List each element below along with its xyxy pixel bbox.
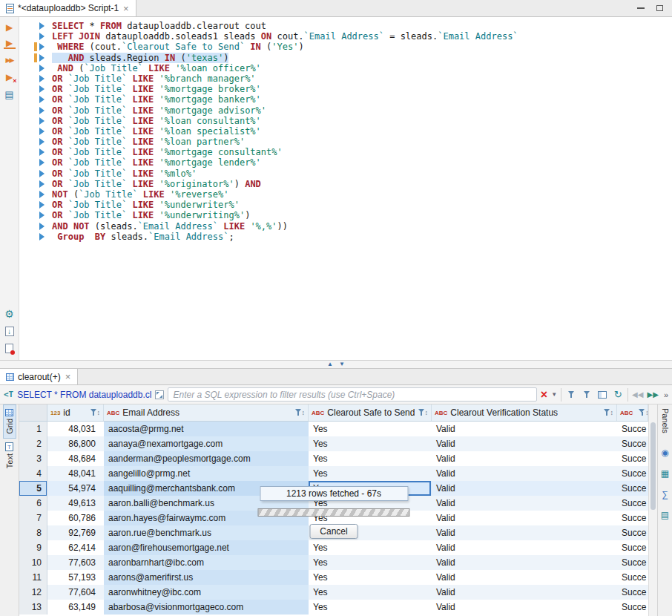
minimize-button[interactable] xyxy=(637,7,645,9)
cell-clearout-safe-to-send[interactable]: Yes xyxy=(309,451,432,466)
code-line[interactable]: SELECT * FROM datauploaddb.clearout cout xyxy=(19,21,672,31)
query-reference-link[interactable]: SELECT * FROM datauploaddb.cl xyxy=(17,390,151,400)
toolbar-overflow-icon[interactable]: » xyxy=(664,390,668,399)
code-line[interactable]: OR `Job Title` LIKE '%branch manager%' xyxy=(19,73,672,84)
code-line[interactable]: OR `Job Title` LIKE '%underwriting%') xyxy=(19,210,672,220)
code-line[interactable]: OR `Job Title` LIKE '%mortgage broker%' xyxy=(19,84,672,94)
cell-clearout-verification-status[interactable]: Valid xyxy=(432,422,617,436)
code-line[interactable]: AND (`Job Title` LIKE '%loan officer%' xyxy=(19,63,672,73)
cell-clearout-verification-status[interactable]: Valid xyxy=(432,570,617,585)
restore-button[interactable] xyxy=(656,5,663,11)
metadata-panel-icon[interactable]: ▤ xyxy=(661,510,669,520)
cell-email-address[interactable]: aaronwhitney@ibc.com xyxy=(104,585,309,600)
cell-cle[interactable]: Succe xyxy=(617,481,648,496)
cell-email-address[interactable]: aaron@firehousemortgage.net xyxy=(104,540,309,555)
cell-clearout-verification-status[interactable]: Valid xyxy=(432,540,617,555)
cell-clearout-safe-to-send[interactable]: Yes xyxy=(309,600,432,615)
row-number[interactable]: 10 xyxy=(19,555,47,570)
cell-cle[interactable]: Succe xyxy=(617,422,648,436)
results-tab-clearout[interactable]: clearout(+) × xyxy=(0,369,78,384)
splitter-down-icon[interactable]: ▼ xyxy=(339,361,345,367)
execute-statement-marker-icon[interactable] xyxy=(39,233,45,240)
cell-email-address[interactable]: aanaya@nexamortgage.com xyxy=(104,436,309,451)
column-header-cle[interactable]: ABCCle↕ xyxy=(617,404,648,421)
code-line[interactable]: OR `Job Title` LIKE '%loan partner%' xyxy=(19,137,672,147)
cell-id[interactable]: 54,974 xyxy=(47,481,104,496)
column-filter-icon[interactable]: ↕ xyxy=(604,409,614,416)
column-header-id[interactable]: 123id↕ xyxy=(47,404,104,421)
row-number[interactable]: 6 xyxy=(19,496,47,511)
execute-statement-marker-icon[interactable] xyxy=(39,159,45,166)
cell-clearout-verification-status[interactable]: Valid xyxy=(432,555,617,570)
row-number[interactable]: 7 xyxy=(19,511,47,525)
execute-statement-marker-icon[interactable] xyxy=(39,138,45,145)
cell-clearout-verification-status[interactable]: Valid xyxy=(432,466,617,481)
cell-id[interactable]: 62,414 xyxy=(47,540,104,555)
code-line[interactable]: AND NOT (sleads.`Email Address` LIKE '%,… xyxy=(19,221,672,232)
result-filter-input[interactable] xyxy=(168,387,536,402)
execute-statement-marker-icon[interactable] xyxy=(39,65,45,72)
grid-corner-cell[interactable] xyxy=(19,404,47,421)
row-number[interactable]: 3 xyxy=(19,451,47,466)
cell-email-address[interactable]: aaronbarnhart@ibc.com xyxy=(104,555,309,570)
cell-cle[interactable]: Succe xyxy=(617,540,648,555)
column-header-clearout-verification-status[interactable]: ABCClearout Verification Status↕ xyxy=(432,404,617,421)
cell-clearout-safe-to-send[interactable]: Yes xyxy=(309,585,432,600)
toggle-panels-icon[interactable] xyxy=(596,389,608,401)
cell-clearout-safe-to-send[interactable]: Yes xyxy=(309,555,432,570)
cell-clearout-verification-status[interactable]: Valid xyxy=(432,496,617,511)
cell-cle[interactable]: Succe xyxy=(617,570,648,585)
cell-cle[interactable]: Succe xyxy=(617,451,648,466)
execute-statement-marker-icon[interactable] xyxy=(39,223,45,230)
cell-clearout-safe-to-send[interactable]: Yes xyxy=(309,466,432,481)
execute-statement-marker-icon[interactable] xyxy=(39,117,45,125)
code-line[interactable]: OR `Job Title` LIKE '%underwriter%' xyxy=(19,200,672,210)
cell-clearout-verification-status[interactable]: Valid xyxy=(432,525,617,540)
execute-statement-marker-icon[interactable] xyxy=(39,201,45,209)
export-result-button[interactable]: ↓ xyxy=(4,325,16,337)
fetch-next-icon[interactable]: ▶▶ xyxy=(647,390,658,399)
cell-email-address[interactable]: aacosta@prmg.net xyxy=(104,422,309,436)
execute-statement-marker-icon[interactable] xyxy=(39,180,45,188)
cell-id[interactable]: 48,041 xyxy=(47,466,104,481)
execute-statement-button[interactable]: ▶ xyxy=(4,22,16,33)
cell-cle[interactable]: Succe xyxy=(617,466,648,481)
cell-email-address[interactable]: aangelillo@prmg.net xyxy=(104,466,309,481)
cell-clearout-verification-status[interactable]: Valid xyxy=(432,451,617,466)
cell-cle[interactable]: Succe xyxy=(617,496,648,511)
row-number[interactable]: 8 xyxy=(19,525,47,540)
new-sql-script-button[interactable] xyxy=(4,342,16,354)
row-number[interactable]: 5 xyxy=(19,481,47,496)
tab-text-view[interactable]: T Text xyxy=(4,439,16,472)
calc-panel-icon[interactable]: ∑ xyxy=(662,489,668,499)
column-filter-icon[interactable]: ↕ xyxy=(90,409,101,416)
execute-statement-marker-icon[interactable] xyxy=(39,96,45,103)
execute-statement-marker-icon[interactable] xyxy=(39,43,45,50)
code-line[interactable]: OR `Job Title` LIKE '%mortgage banker%' xyxy=(19,94,672,105)
row-number[interactable]: 4 xyxy=(19,466,47,481)
code-line[interactable]: OR `Job Title` LIKE '%mortgage lender%' xyxy=(19,157,672,168)
cell-id[interactable]: 86,800 xyxy=(47,436,104,451)
execute-statement-marker-icon[interactable] xyxy=(39,170,45,177)
splitter-up-icon[interactable]: ▲ xyxy=(327,361,333,367)
execute-statement-marker-icon[interactable] xyxy=(39,191,45,198)
execute-script-button[interactable]: ▶ xyxy=(4,39,16,49)
execute-statement-marker-icon[interactable] xyxy=(39,212,45,219)
tab-grid-view[interactable]: Grid xyxy=(3,404,16,439)
vertical-scrollbar[interactable] xyxy=(648,404,657,616)
value-viewer-panel-icon[interactable]: ◉ xyxy=(661,448,668,458)
cell-email-address[interactable]: abarbosa@visionmortgageco.com xyxy=(104,600,309,615)
cell-clearout-safe-to-send[interactable]: Yes xyxy=(309,570,432,585)
column-header-clearout-safe-to-send[interactable]: ABCClearout Safe to Send↕ xyxy=(309,404,432,421)
editor-results-splitter[interactable]: ▲ ▼ xyxy=(0,360,672,369)
code-line[interactable]: OR `Job Title` LIKE '%mlo%' xyxy=(19,168,672,179)
column-header-email-address[interactable]: ABCEmail Address↕ xyxy=(104,404,309,421)
cell-cle[interactable]: Succe xyxy=(617,511,648,525)
filter-history-dropdown-icon[interactable]: ▼ xyxy=(551,391,557,398)
cell-clearout-verification-status[interactable]: Valid xyxy=(432,511,617,525)
cell-id[interactable]: 63,149 xyxy=(47,600,104,615)
cell-id[interactable]: 57,193 xyxy=(47,570,104,585)
close-icon[interactable]: × xyxy=(65,372,72,381)
cell-clearout-verification-status[interactable]: Valid xyxy=(432,436,617,451)
cell-cle[interactable]: Succe xyxy=(617,436,648,451)
